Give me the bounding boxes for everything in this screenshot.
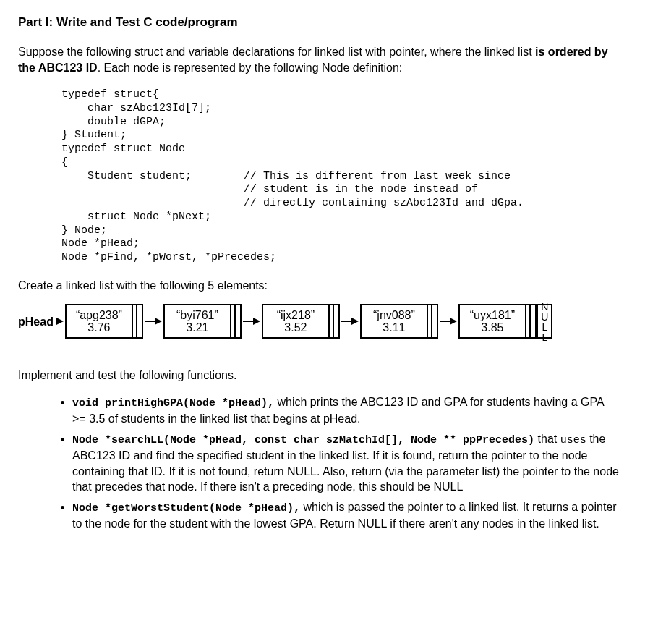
arrow-icon — [243, 318, 260, 325]
phead-label: pHead — [18, 314, 54, 330]
node-data: “ijx218” 3.52 — [263, 305, 328, 337]
code-block: typedef struct{ char szAbc123Id[7]; doub… — [61, 88, 627, 265]
function-signature: Node *getWorstStudent(Node *pHead), — [72, 502, 300, 514]
arrow-icon — [145, 318, 162, 325]
node-pointer — [328, 305, 338, 337]
node-pointer — [132, 305, 142, 337]
arrow-icon — [440, 318, 457, 325]
list-item: Node *getWorstStudent(Node *pHead), whic… — [72, 499, 627, 532]
page-title: Part I: Write and Test C code/program — [18, 14, 627, 31]
function-mono-word: uses — [560, 434, 586, 446]
function-list: void printHighGPA(Node *pHead), which pr… — [58, 394, 627, 532]
node-id: “byi761” — [176, 309, 218, 322]
null-terminator: NULL — [537, 304, 552, 339]
node-pointer — [525, 305, 535, 337]
node-gpa: 3.21 — [186, 321, 208, 334]
node-gpa: 3.76 — [87, 321, 110, 334]
node-gpa: 3.52 — [284, 321, 307, 334]
node-data: “jnv088” 3.11 — [362, 305, 427, 337]
node-gpa: 3.85 — [481, 321, 503, 334]
list-node: “jnv088” 3.11 — [360, 304, 438, 339]
intro-text-1: Suppose the following struct and variabl… — [18, 46, 535, 58]
node-pointer — [230, 305, 240, 337]
arrow-icon — [56, 318, 64, 325]
node-data: “byi761” 3.21 — [165, 305, 230, 337]
node-data: “uyx181” 3.85 — [460, 305, 525, 337]
function-signature: void printHighGPA(Node *pHead), — [72, 397, 274, 410]
arrow-icon — [341, 318, 359, 325]
node-gpa: 3.11 — [383, 321, 405, 334]
list-item: Node *searchLL(Node *pHead, const char s… — [72, 431, 627, 495]
list-node: “uyx181” 3.85 — [458, 304, 537, 339]
list-node: “ijx218” 3.52 — [262, 304, 340, 339]
list-item: void printHighGPA(Node *pHead), which pr… — [72, 394, 627, 427]
function-signature: Node *searchLL(Node *pHead, const char s… — [72, 434, 534, 446]
node-id: “uyx181” — [470, 309, 515, 322]
linked-list-diagram: pHead “apg238” 3.76 “byi761” 3.21 “ijx21… — [18, 304, 627, 339]
node-id: “apg238” — [76, 309, 122, 322]
node-pointer — [427, 305, 437, 337]
intro-text-2: . Each node is represented by the follow… — [98, 62, 403, 74]
node-id: “ijx218” — [277, 309, 315, 322]
list-node: “byi761” 3.21 — [163, 304, 242, 339]
function-description-pre: that — [534, 433, 560, 445]
list-node: “apg238” 3.76 — [65, 304, 143, 339]
node-id: “jnv088” — [373, 309, 415, 322]
intro-paragraph: Suppose the following struct and variabl… — [18, 44, 627, 75]
node-data: “apg238” 3.76 — [67, 305, 132, 337]
create-list-text: Create a linked list with the following … — [18, 278, 627, 294]
implement-text: Implement and test the following functio… — [18, 368, 627, 384]
